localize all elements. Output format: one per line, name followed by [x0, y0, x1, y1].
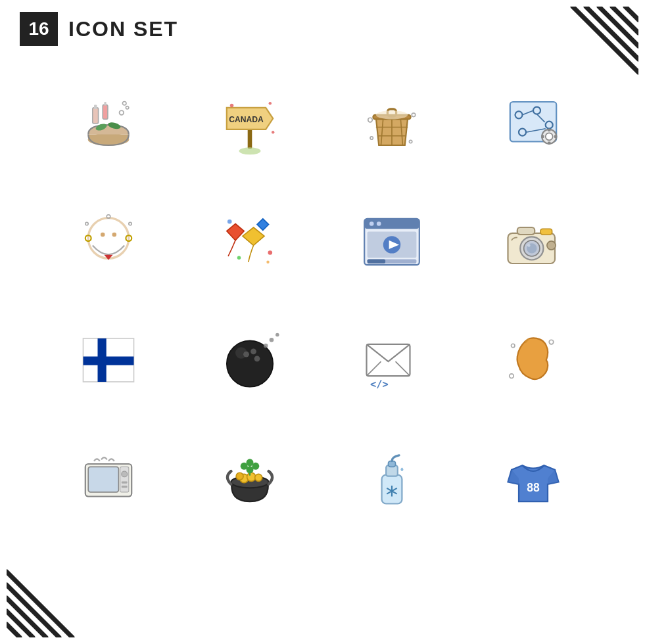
- svg-point-93: [275, 333, 279, 337]
- page-title: ICON SET: [68, 17, 178, 41]
- svg-point-23: [239, 147, 261, 154]
- svg-point-100: [509, 374, 514, 379]
- svg-point-62: [227, 219, 232, 224]
- page-header: 16 ICON SET: [0, 0, 645, 58]
- svg-point-90: [254, 356, 260, 361]
- trash-basket-icon: [323, 64, 461, 183]
- svg-point-82: [547, 241, 556, 250]
- svg-point-54: [101, 233, 105, 237]
- hand-sanitizer-icon: [323, 419, 461, 538]
- svg-point-35: [368, 118, 372, 122]
- video-player-icon: [323, 183, 461, 301]
- ireland-map-icon: [464, 301, 602, 419]
- svg-point-26: [272, 131, 274, 133]
- svg-line-8: [7, 624, 20, 637]
- svg-rect-16: [104, 102, 106, 106]
- svg-point-111: [255, 474, 262, 481]
- svg-point-34: [375, 110, 407, 119]
- svg-rect-84: [84, 357, 134, 365]
- svg-point-91: [264, 344, 268, 348]
- svg-rect-116: [249, 464, 251, 476]
- svg-line-2: [612, 7, 638, 33]
- svg-rect-106: [122, 486, 128, 488]
- svg-point-63: [268, 250, 273, 255]
- fireworks-kite-icon: [181, 183, 319, 301]
- svg-point-65: [267, 261, 270, 264]
- svg-point-68: [369, 221, 373, 226]
- svg-point-58: [129, 222, 131, 225]
- svg-point-55: [112, 233, 117, 237]
- svg-point-37: [409, 140, 412, 143]
- icon-count: 16: [20, 12, 58, 46]
- svg-point-45: [545, 133, 552, 140]
- icon-grid: CANADA: [0, 64, 645, 538]
- svg-point-19: [122, 101, 126, 105]
- svg-point-17: [120, 110, 124, 115]
- svg-rect-103: [120, 467, 129, 492]
- sport-shirt-icon: 88: [464, 419, 602, 538]
- svg-point-92: [270, 338, 274, 342]
- svg-point-25: [269, 102, 272, 104]
- svg-rect-49: [554, 135, 557, 138]
- canada-sign-icon: CANADA: [181, 64, 319, 183]
- pot-of-gold-icon: [181, 419, 319, 538]
- microwave-oven-icon: [39, 419, 178, 538]
- finland-flag-icon: [39, 301, 178, 419]
- svg-line-4: [573, 7, 638, 72]
- svg-rect-48: [541, 135, 544, 138]
- svg-point-88: [243, 352, 249, 357]
- bowling-ball-icon: [181, 301, 319, 419]
- svg-line-3: [625, 7, 638, 20]
- svg-rect-47: [548, 142, 550, 145]
- necklace-jewelry-icon: [39, 183, 178, 301]
- svg-line-9: [7, 572, 72, 637]
- svg-point-24: [230, 104, 234, 108]
- decorative-stripes-bottom-left: [7, 565, 85, 637]
- svg-point-50: [88, 218, 129, 259]
- svg-rect-81: [540, 229, 552, 235]
- svg-line-7: [7, 611, 33, 637]
- strategy-plan-icon: [464, 64, 602, 183]
- svg-rect-14: [94, 104, 97, 109]
- svg-point-98: [549, 340, 554, 344]
- decorative-stripes-top-right: [560, 7, 638, 79]
- svg-point-18: [126, 106, 128, 109]
- svg-text:CANADA: CANADA: [229, 115, 264, 124]
- svg-point-89: [251, 348, 256, 354]
- svg-marker-60: [243, 227, 264, 246]
- svg-rect-105: [122, 481, 128, 483]
- svg-point-36: [412, 113, 416, 117]
- svg-point-109: [247, 472, 256, 481]
- svg-marker-59: [227, 224, 244, 241]
- svg-point-69: [376, 221, 381, 226]
- svg-point-99: [511, 344, 515, 348]
- svg-text:</>: </>: [370, 379, 389, 390]
- svg-point-38: [370, 137, 373, 139]
- email-code-icon: </>: [323, 301, 461, 419]
- svg-point-64: [237, 256, 241, 260]
- svg-rect-74: [367, 259, 385, 264]
- camera-icon: [464, 183, 602, 301]
- svg-rect-13: [93, 108, 99, 124]
- svg-point-104: [122, 471, 128, 477]
- svg-rect-102: [88, 467, 118, 492]
- svg-text:88: 88: [527, 481, 540, 494]
- svg-rect-85: [98, 338, 107, 382]
- svg-point-110: [236, 472, 243, 480]
- spa-cosmetics-icon: [39, 64, 178, 183]
- svg-point-79: [527, 244, 530, 246]
- svg-point-57: [85, 222, 88, 225]
- svg-marker-61: [257, 219, 269, 231]
- svg-rect-46: [548, 129, 550, 131]
- svg-rect-80: [517, 227, 535, 235]
- svg-rect-15: [103, 104, 108, 119]
